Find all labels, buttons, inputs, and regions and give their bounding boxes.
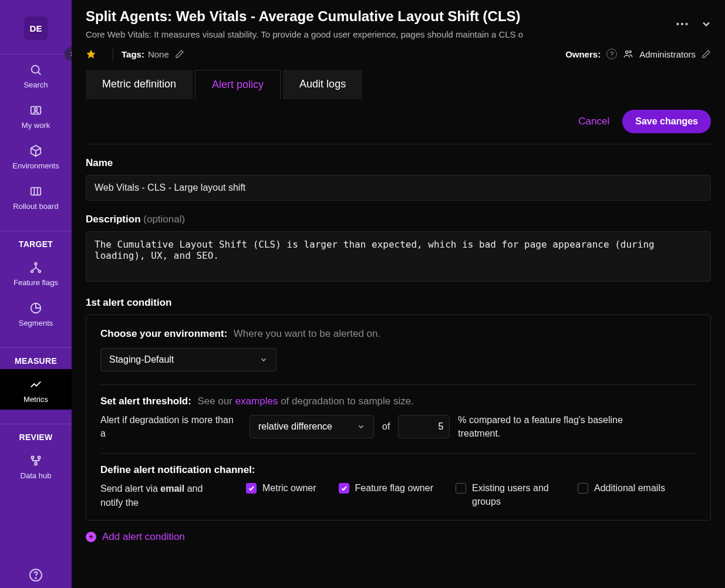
owners-help-button[interactable]: ? xyxy=(606,49,617,59)
tags-label: Tags: xyxy=(122,49,144,59)
environment-select[interactable]: Staging-Default xyxy=(100,348,276,371)
columns-icon xyxy=(29,184,43,198)
user-card-icon xyxy=(29,103,43,117)
environment-hint: Where you want to be alerted on. xyxy=(234,328,380,339)
sidebar-item-search[interactable]: Search xyxy=(0,55,72,95)
checkbox-icon xyxy=(339,483,349,494)
tags-value: None xyxy=(148,49,169,59)
help-button[interactable] xyxy=(29,568,43,582)
cancel-button[interactable]: Cancel xyxy=(578,116,609,127)
threshold-value-input[interactable] xyxy=(398,415,450,438)
star-icon xyxy=(86,49,96,59)
main-panel: Split Agents: Web Vitals - Average Cumul… xyxy=(72,0,725,588)
sidebar-section-target: TARGET xyxy=(0,231,72,252)
svg-point-0 xyxy=(32,66,39,73)
sidebar-label: Feature flags xyxy=(14,278,58,287)
sidebar-label: Data hub xyxy=(21,471,52,480)
threshold-text-post: % compared to a feature flag's baseline … xyxy=(458,413,646,440)
svg-point-18 xyxy=(685,23,687,25)
threshold-of: of xyxy=(382,421,390,432)
svg-point-21 xyxy=(629,51,631,53)
svg-line-1 xyxy=(38,72,41,75)
sidebar-section-measure: MEASURE xyxy=(0,348,72,369)
checkbox-metric-owner[interactable]: Metric owner xyxy=(246,482,316,495)
sidebar-item-environments[interactable]: Environments xyxy=(0,136,72,176)
chevron-down-icon xyxy=(357,423,365,431)
condition-box: Choose your environment: Where you want … xyxy=(86,315,711,521)
sidebar-label: Segments xyxy=(19,319,53,327)
description-label: Description (optional) xyxy=(86,214,711,225)
sidebar-item-my-work[interactable]: My work xyxy=(0,95,72,136)
chart-line-icon xyxy=(29,377,43,391)
edit-owners-button[interactable] xyxy=(702,49,711,59)
tab-audit-logs[interactable]: Audit logs xyxy=(283,70,362,99)
sidebar-label: Rollout board xyxy=(13,202,58,211)
sidebar-item-metrics[interactable]: Metrics xyxy=(0,369,72,410)
sidebar-item-data-hub[interactable]: Data hub xyxy=(0,445,72,486)
collapse-button[interactable] xyxy=(700,18,712,30)
pie-icon xyxy=(29,301,43,315)
svg-rect-13 xyxy=(35,463,37,465)
branch-icon xyxy=(29,261,43,275)
search-icon xyxy=(29,63,43,77)
more-horizontal-icon xyxy=(675,16,690,32)
svg-point-7 xyxy=(35,263,37,265)
chevron-down-icon xyxy=(259,356,268,364)
people-icon xyxy=(623,49,633,59)
owners-label: Owners: xyxy=(565,49,601,59)
save-changes-button[interactable]: Save changes xyxy=(622,110,711,133)
plus-icon: + xyxy=(86,532,96,542)
sidebar-section-review: REVIEW xyxy=(0,424,72,445)
page-subtitle: Core Web Vitals: It measures visual stab… xyxy=(86,29,549,39)
environment-select-value: Staging-Default xyxy=(109,354,174,365)
sidebar-label: My work xyxy=(22,121,50,130)
checkbox-label: Metric owner xyxy=(262,482,316,495)
divider xyxy=(100,384,696,385)
edit-tags-button[interactable] xyxy=(175,49,184,59)
add-alert-condition-label: Add alert condition xyxy=(102,531,185,543)
checkbox-existing-users-groups[interactable]: Existing users and groups xyxy=(456,482,555,508)
svg-point-8 xyxy=(31,271,33,273)
sidebar-item-feature-flags[interactable]: Feature flags xyxy=(0,252,72,293)
divider xyxy=(113,48,113,60)
sidebar: DE Search My work Environments Rollout b… xyxy=(0,0,72,588)
owners-value: Administrators xyxy=(639,49,696,59)
divider xyxy=(100,453,696,454)
tab-alert-policy[interactable]: Alert policy xyxy=(195,70,281,99)
examples-link[interactable]: examples xyxy=(235,396,278,407)
threshold-text-pre: Alert if degradation is more than a xyxy=(100,413,241,440)
sidebar-label: Search xyxy=(23,80,48,89)
checkbox-icon xyxy=(456,483,466,494)
name-input[interactable] xyxy=(86,175,711,201)
checkbox-feature-flag-owner[interactable]: Feature flag owner xyxy=(339,482,433,495)
sidebar-item-rollout-board[interactable]: Rollout board xyxy=(0,176,72,217)
tab-metric-definition[interactable]: Metric definition xyxy=(86,70,193,99)
threshold-mode-select[interactable]: relative difference xyxy=(249,415,374,438)
favorite-star-button[interactable] xyxy=(86,49,96,59)
sidebar-label: Metrics xyxy=(23,395,48,404)
svg-point-16 xyxy=(676,23,679,25)
threshold-label: Set alert threshold: xyxy=(100,396,191,407)
checkbox-label: Additional emails xyxy=(594,482,665,495)
more-menu-button[interactable] xyxy=(675,16,690,32)
svg-point-3 xyxy=(35,108,38,111)
add-alert-condition-button[interactable]: + Add alert condition xyxy=(86,531,711,543)
sidebar-label: Environments xyxy=(12,161,59,170)
environment-label: Choose your environment: xyxy=(100,328,227,339)
svg-point-15 xyxy=(35,577,36,579)
workspace-badge[interactable]: DE xyxy=(24,16,48,40)
svg-rect-11 xyxy=(32,457,34,459)
name-label: Name xyxy=(86,157,711,169)
svg-rect-4 xyxy=(31,188,41,195)
checkbox-additional-emails[interactable]: Additional emails xyxy=(578,482,665,495)
description-input[interactable]: The Cumulative Layout Shift (CLS) is lar… xyxy=(86,231,711,282)
nodes-icon xyxy=(29,454,43,468)
svg-marker-19 xyxy=(87,50,96,59)
chevron-down-icon xyxy=(700,18,712,30)
checkbox-icon xyxy=(246,483,257,494)
pencil-icon xyxy=(702,49,711,59)
checkbox-icon xyxy=(578,483,588,494)
condition-title: 1st alert condition xyxy=(86,297,711,309)
svg-point-9 xyxy=(39,271,41,273)
sidebar-item-segments[interactable]: Segments xyxy=(0,293,72,333)
